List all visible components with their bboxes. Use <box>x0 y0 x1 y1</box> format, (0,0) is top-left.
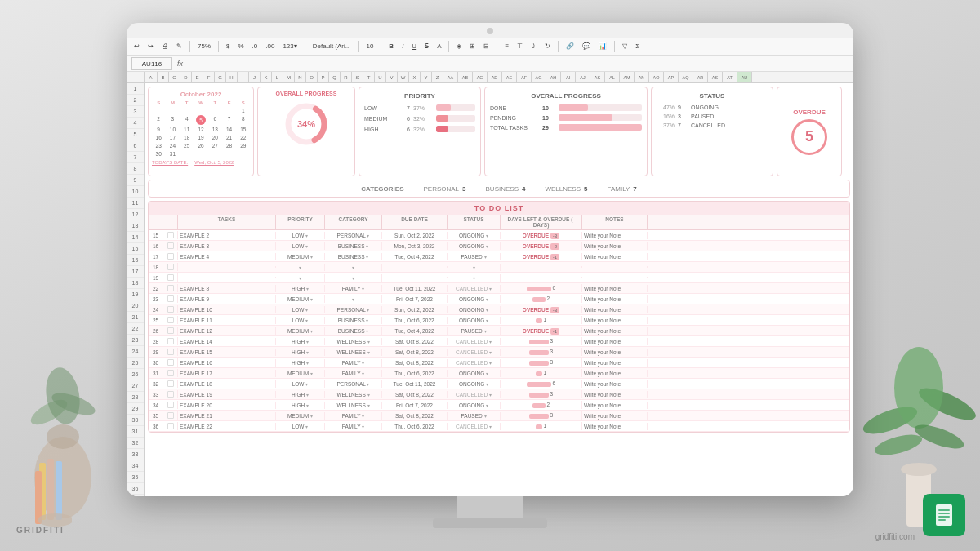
zoom-select[interactable]: 75% <box>195 42 213 51</box>
row-26: 26 <box>127 369 144 380</box>
days-19 <box>501 277 582 278</box>
checkbox-24[interactable] <box>163 305 178 313</box>
due-29: Sat, Oct 8, 2022 <box>382 349 448 356</box>
priority-36: LOW ▾ <box>276 423 325 430</box>
cat-family-count: 7 <box>633 185 636 193</box>
todo-row-36: 36 EXAMPLE 22 LOW ▾ FAMILY ▾ Thu, Oct 6,… <box>149 421 849 432</box>
task-15: EXAMPLE 2 <box>178 232 276 239</box>
gridfiti-brand: GRIDFITI <box>16 526 65 535</box>
underline-btn[interactable]: U <box>409 42 419 51</box>
valign-btn[interactable]: ⊤ <box>514 42 525 51</box>
status-count-paused: 3 <box>678 113 688 119</box>
checkbox-19[interactable] <box>163 273 178 282</box>
priority-pct-high: 32% <box>413 127 433 132</box>
svg-rect-23 <box>938 519 946 521</box>
function-btn[interactable]: Σ <box>633 42 642 51</box>
days-29: 3 <box>501 348 582 355</box>
status-28: CANCELLED ▾ <box>448 338 501 345</box>
todo-row-16: 16 EXAMPLE 3 LOW ▾ BUSINESS ▾ Mon, Oct 3… <box>149 241 849 251</box>
link-btn[interactable]: 🔗 <box>564 42 577 51</box>
bold-btn[interactable]: B <box>386 42 396 51</box>
print-btn[interactable]: 🖨 <box>159 42 171 51</box>
checkbox-26[interactable] <box>163 327 178 335</box>
cal-day-21: 21 <box>222 134 235 141</box>
row-2: 2 <box>127 95 144 106</box>
checkbox-36[interactable] <box>163 422 178 430</box>
progress-circle-box: OVERALL PROGRESS 34% <box>257 87 355 176</box>
status-26: PAUSED ▾ <box>448 327 501 335</box>
svg-rect-20 <box>938 509 950 511</box>
cell-reference[interactable]: AU116 <box>131 57 172 70</box>
checkbox-31[interactable] <box>163 369 178 377</box>
priority-row-low: LOW 7 37% <box>364 104 475 111</box>
day-s1: S <box>152 100 165 105</box>
row-20: 20 <box>127 300 144 312</box>
status-pct-paused: 16% <box>657 113 675 119</box>
align-btn[interactable]: ≡ <box>502 42 511 51</box>
paint-btn[interactable]: ✎ <box>174 42 185 51</box>
checkbox-16[interactable] <box>163 242 178 250</box>
checkbox-29[interactable] <box>163 348 178 356</box>
cal-day-13: 13 <box>208 126 221 133</box>
overdue-count: 5 <box>791 119 827 155</box>
row-23: 23 <box>127 335 144 346</box>
redo-btn[interactable]: ↪ <box>145 42 156 51</box>
checkbox-28[interactable] <box>163 337 178 345</box>
rotate-btn[interactable]: ↻ <box>542 42 553 51</box>
cal-day-empty3 <box>180 107 194 114</box>
cat-business-label: BUSINESS <box>486 185 519 193</box>
text-color-btn[interactable]: A <box>434 42 443 51</box>
row-29: 29 <box>127 403 144 415</box>
row-19: 19 <box>127 289 144 300</box>
merge-btn[interactable]: ⊟ <box>481 42 492 51</box>
comment-btn[interactable]: 💬 <box>580 42 593 51</box>
font-size-select[interactable]: 10 <box>363 42 376 51</box>
priority-bar-low <box>436 104 475 111</box>
checkbox-33[interactable] <box>163 390 178 398</box>
checkbox-18[interactable] <box>163 263 178 271</box>
row-8: 8 <box>127 163 144 175</box>
days-24: OVERDUE -3 <box>501 306 582 313</box>
checkbox-23[interactable] <box>163 295 178 303</box>
row-num-31: 31 <box>149 370 163 377</box>
todo-row-30: 30 EXAMPLE 16 HIGH ▾ FAMILY ▾ Sat, Oct 8… <box>149 358 849 368</box>
font-select[interactable]: Default (Ari... <box>310 42 354 51</box>
format-num-btn[interactable]: 123▾ <box>280 42 299 51</box>
row-33: 33 <box>127 449 144 460</box>
svg-rect-7 <box>56 461 62 520</box>
status-pct-cancelled: 37% <box>657 122 675 128</box>
col-h-priority: PRIORITY <box>276 215 325 229</box>
percent-btn[interactable]: % <box>235 42 246 51</box>
today-date-display: TODAY'S DATE: Wed, Oct. 5, 2022 <box>152 160 250 165</box>
wrap-btn[interactable]: ⤸ <box>528 42 539 51</box>
status-19: ▾ <box>448 274 501 282</box>
chart-btn[interactable]: 📊 <box>596 42 609 51</box>
checkbox-32[interactable] <box>163 380 178 388</box>
stats-bar-pending <box>559 114 642 121</box>
category-36: FAMILY ▾ <box>325 423 382 430</box>
strikethrough-btn[interactable]: S̶ <box>422 42 431 51</box>
undo-btn[interactable]: ↩ <box>131 42 142 51</box>
fill-color-btn[interactable]: ◈ <box>454 42 464 51</box>
decimal2-btn[interactable]: .00 <box>263 42 277 51</box>
checkbox-17[interactable] <box>163 252 178 260</box>
checkbox-30[interactable] <box>163 358 178 367</box>
italic-btn[interactable]: I <box>399 42 406 51</box>
checkbox-35[interactable] <box>163 411 178 420</box>
days-18 <box>501 266 582 268</box>
checkbox-15[interactable] <box>163 231 178 239</box>
row-30: 30 <box>127 415 144 426</box>
due-35: Sat, Oct 8, 2022 <box>382 412 448 420</box>
todo-row-35: 35 EXAMPLE 21 MEDIUM ▾ FAMILY ▾ Sat, Oct… <box>149 411 849 421</box>
currency-btn[interactable]: $ <box>224 42 232 51</box>
row-22: 22 <box>127 323 144 335</box>
notes-34: Write your Note <box>582 402 648 409</box>
decimal-btn[interactable]: .0 <box>250 42 261 51</box>
checkbox-22[interactable] <box>163 284 178 292</box>
checkbox-34[interactable] <box>163 401 178 409</box>
todo-row-22: 22 EXAMPLE 8 HIGH ▾ FAMILY ▾ Tue, Oct 11… <box>149 283 849 294</box>
borders-btn[interactable]: ⊞ <box>467 42 478 51</box>
checkbox-25[interactable] <box>163 316 178 324</box>
filter-btn[interactable]: ▽ <box>620 42 630 51</box>
status-18: ▾ <box>448 264 501 271</box>
